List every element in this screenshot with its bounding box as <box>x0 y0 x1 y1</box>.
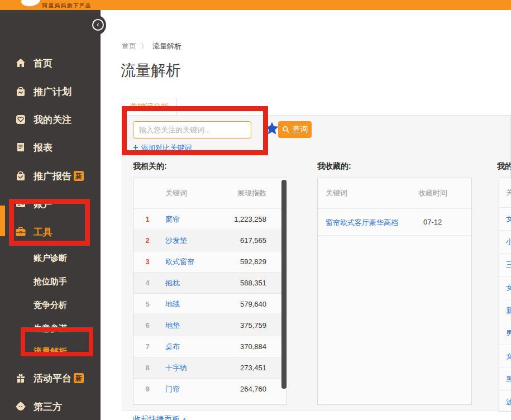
keyword-link[interactable]: 欧式窗帘 <box>161 257 194 267</box>
column-header-keyword: 关键词 <box>326 188 347 198</box>
sidebar: ‹ 首页 推广计划 我的关注 报表 <box>0 10 101 420</box>
sidebar-item-account[interactable]: 账户 <box>0 194 101 214</box>
table-row: 女 <box>499 276 511 299</box>
heart-icon <box>15 113 27 126</box>
sidebar-item-activity-platform[interactable]: 活动平台 新 <box>0 368 101 388</box>
table-row: 3 欧式窗帘 592,829 <box>133 251 286 272</box>
rank-cell: 4 <box>133 279 161 287</box>
keyword-link[interactable]: 女 <box>499 214 511 224</box>
industry-section-label: 我的 <box>497 161 511 171</box>
impression-value: 1,223,258 <box>234 215 286 223</box>
sidebar-subitem-account-diagnosis[interactable]: 账户诊断 <box>0 250 101 266</box>
collapse-quick-panel-link[interactable]: 收起快捷面板∧ <box>133 414 187 420</box>
sidebar-item-label: 我的关注 <box>34 113 71 126</box>
new-badge: 新 <box>74 373 84 383</box>
search-icon <box>282 126 290 133</box>
top-bar: 阿里妈妈旗下产品 <box>0 0 511 10</box>
sidebar-item-label: 推广计划 <box>34 85 71 98</box>
keyword-link[interactable]: 女 <box>499 283 511 293</box>
rank-cell: 9 <box>133 385 161 393</box>
keyword-link[interactable]: 地毯 <box>161 299 180 309</box>
impression-value: 579,640 <box>240 300 286 308</box>
column-header-favorite-time: 收藏时间 <box>418 188 447 198</box>
table-row: 7 桌布 370,884 <box>133 336 286 357</box>
sidebar-subitem-competition-analysis[interactable]: 竞争分析 <box>0 297 101 313</box>
related-keywords-table: 关键词 展现指数 1 窗帘 1,223,258 2 沙发垫 617,565 3 … <box>133 178 287 405</box>
sidebar-item-label: 报表 <box>34 141 52 154</box>
table-row: 小 <box>499 230 511 253</box>
sidebar-item-reports[interactable]: 报表 <box>0 137 101 157</box>
tab-keyword-analysis[interactable]: 关键词分析 <box>122 98 177 116</box>
keyword-link[interactable]: 窗帘 <box>161 214 180 225</box>
keyword-search-input[interactable] <box>133 121 251 139</box>
keyword-link[interactable]: 十字绣 <box>161 363 187 373</box>
keyword-link[interactable]: 小 <box>499 237 511 247</box>
keyword-link[interactable]: 黑 <box>499 374 511 384</box>
sidebar-subitem-traffic-analysis[interactable]: 流量解析 <box>0 343 101 360</box>
sidebar-item-follows[interactable]: 我的关注 <box>0 109 101 130</box>
table-row: 4 抱枕 588,351 <box>133 272 286 293</box>
keyword-link[interactable]: 窗帘欧式客厅豪华高档 <box>326 218 398 228</box>
sidebar-subitem-business-advisor[interactable]: 生意参谋 <box>0 320 101 337</box>
breadcrumb-home-link[interactable]: 首页 <box>122 42 136 50</box>
impression-value: 588,351 <box>240 279 286 287</box>
promo-report-icon <box>15 170 27 182</box>
table-header: 关键词 <box>499 178 511 207</box>
query-button[interactable]: 查询 <box>278 121 312 138</box>
table-row: 2 沙发垫 617,565 <box>133 230 286 251</box>
rank-cell: 8 <box>133 364 161 372</box>
favorite-keywords-table: 关键词 收藏时间 窗帘欧式客厅豪华高档 07-12 <box>317 178 472 405</box>
home-icon <box>15 57 27 69</box>
sidebar-subitem-rank-assistant[interactable]: 抢位助手 <box>0 273 101 290</box>
sidebar-item-promo-report[interactable]: 推广报告 新 <box>0 166 101 186</box>
keyword-link[interactable]: 桌布 <box>161 342 180 352</box>
sidebar-collapse-button[interactable]: ‹ <box>92 19 104 31</box>
impression-value: 264,760 <box>240 385 286 393</box>
table-row: 9 门帘 264,760 <box>133 378 286 399</box>
table-scrollbar[interactable] <box>281 180 286 389</box>
sidebar-item-label: 工具 <box>34 226 52 238</box>
column-header-keyword: 关键词 <box>165 188 187 198</box>
sidebar-item-tools[interactable]: 工具 <box>0 222 101 242</box>
impression-value: 375,759 <box>240 321 286 330</box>
keyword-link[interactable]: 抱枕 <box>161 278 180 288</box>
table-row: 黑 <box>499 367 511 390</box>
impression-value: 370,884 <box>240 342 286 351</box>
column-header-keyword: 关键词 <box>506 188 511 198</box>
table-row: 1 窗帘 1,223,258 <box>133 208 286 230</box>
rank-cell: 6 <box>133 321 161 330</box>
breadcrumb-current: 流量解析 <box>152 42 182 50</box>
keyword-link[interactable]: 门帘 <box>161 384 180 394</box>
table-row: 8 十字绣 273,451 <box>133 357 286 378</box>
keyword-link[interactable]: 男 <box>499 328 511 338</box>
sidebar-item-campaigns[interactable]: 推广计划 <box>0 82 101 102</box>
rank-cell: 2 <box>133 236 161 245</box>
keyword-link[interactable]: 沙发垫 <box>161 236 187 246</box>
table-row: 6 地垫 375,759 <box>133 314 286 336</box>
sidebar-item-home[interactable]: 首页 <box>0 53 101 73</box>
sidebar-item-third-party[interactable]: 第三方 <box>0 397 101 417</box>
table-row: 女 <box>499 345 511 367</box>
keyword-link[interactable]: 女 <box>499 351 511 361</box>
keyword-link[interactable]: 波 <box>499 397 511 407</box>
robot-icon <box>15 400 27 413</box>
table-row: 男 <box>499 322 511 345</box>
rank-cell: 7 <box>133 342 161 351</box>
id-card-icon <box>15 198 27 210</box>
table-row: 窗帘欧式客厅豪华高档 07-12 <box>318 208 471 236</box>
breadcrumb-separator-icon: 〉 <box>141 42 148 50</box>
favorite-star-icon[interactable] <box>264 121 280 136</box>
keyword-link[interactable]: 三 <box>499 260 511 270</box>
table-row: 女 <box>499 207 511 230</box>
keyword-link[interactable]: 地垫 <box>161 321 180 331</box>
briefcase-icon <box>15 226 27 238</box>
table-header: 关键词 展现指数 <box>133 178 286 208</box>
app-window: 阿里妈妈旗下产品 ‹ 首页 推广计划 我的关注 <box>0 0 511 420</box>
query-button-label: 查询 <box>293 125 308 135</box>
keyword-link[interactable]: 新 <box>499 306 511 316</box>
impression-value: 592,829 <box>240 257 286 266</box>
breadcrumb: 首页〉流量解析 <box>122 41 182 51</box>
table-row: 波 <box>499 390 511 412</box>
add-compare-keyword-link[interactable]: +添加对比关键词 <box>133 142 192 153</box>
brand-caption: 阿里妈妈旗下产品 <box>42 2 92 9</box>
